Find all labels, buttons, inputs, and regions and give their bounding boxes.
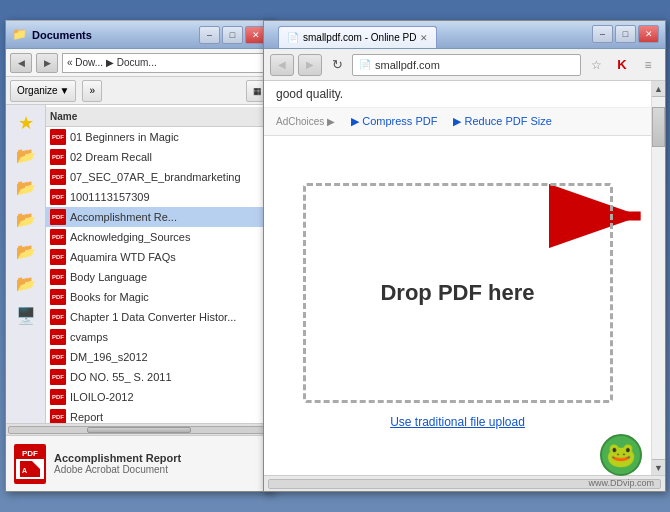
pdf-icon: PDF bbox=[50, 289, 66, 305]
list-item[interactable]: PDF Chapter 1 Data Converter Histor... bbox=[46, 307, 272, 327]
organize-button[interactable]: Organize ▼ bbox=[10, 80, 76, 102]
pdf-icon: PDF bbox=[50, 269, 66, 285]
url-text: smallpdf.com bbox=[375, 59, 440, 71]
browser-controls: ◀ ▶ ↻ 📄 smallpdf.com ☆ K ≡ bbox=[264, 49, 665, 81]
pdf-icon: PDF bbox=[50, 229, 66, 245]
drop-zone-text: Drop PDF here bbox=[380, 280, 534, 306]
browser-refresh-button[interactable]: ↻ bbox=[326, 54, 348, 76]
explorer-title: Documents bbox=[32, 29, 199, 41]
list-item[interactable]: PDF DM_196_s2012 bbox=[46, 347, 272, 367]
status-bar: PDF A Accomplishment Report Adobe Acroba… bbox=[6, 435, 272, 491]
list-item[interactable]: PDF DO NO. 55_ S. 2011 bbox=[46, 367, 272, 387]
scrollbar-thumb[interactable] bbox=[87, 427, 191, 433]
list-item[interactable]: PDF Body Language bbox=[46, 267, 272, 287]
titlebar-controls: – □ ✕ bbox=[199, 26, 266, 44]
kaspersky-button[interactable]: K bbox=[611, 54, 633, 76]
status-filename: Accomplishment Report bbox=[54, 452, 264, 464]
file-name: Report bbox=[70, 411, 103, 423]
status-file-info: Accomplishment Report Adobe Acrobat Docu… bbox=[54, 452, 264, 475]
file-name: Accomplishment Re... bbox=[70, 211, 177, 223]
tab-close-button[interactable]: ✕ bbox=[420, 33, 428, 43]
ad-choices: AdChoices ▶ bbox=[276, 116, 335, 127]
compress-pdf-link[interactable]: ▶ Compress PDF bbox=[351, 115, 437, 128]
list-item[interactable]: PDF Books for Magic bbox=[46, 287, 272, 307]
file-list-header: Name bbox=[46, 107, 272, 127]
pdf-icon: PDF bbox=[50, 189, 66, 205]
list-item[interactable]: PDF Report bbox=[46, 407, 272, 423]
address-text: « Dow... ▶ Docum... bbox=[67, 57, 157, 68]
scrollbar-track[interactable] bbox=[8, 426, 270, 434]
list-item[interactable]: PDF cvamps bbox=[46, 327, 272, 347]
pdf-drop-zone[interactable]: Drop PDF here bbox=[303, 183, 613, 403]
acrobat-logo: A bbox=[16, 459, 44, 479]
file-name: 07_SEC_07AR_E_brandmarketing bbox=[70, 171, 241, 183]
list-item[interactable]: PDF 01 Beginners in Magic bbox=[46, 127, 272, 147]
frog-icon: 🐸 bbox=[600, 434, 642, 476]
list-item[interactable]: PDF ILOILO-2012 bbox=[46, 387, 272, 407]
horizontal-scrollbar[interactable] bbox=[6, 423, 272, 435]
desktop: 📁 Documents – □ ✕ ◀ ▶ « Dow... ▶ Docum..… bbox=[0, 0, 670, 512]
tab-bar: 📄 smallpdf.com - Online PD ✕ bbox=[270, 21, 497, 48]
browser-back-button[interactable]: ◀ bbox=[270, 54, 294, 76]
tab-favicon: 📄 bbox=[287, 32, 299, 43]
file-name: ILOILO-2012 bbox=[70, 391, 134, 403]
file-name: 01 Beginners in Magic bbox=[70, 131, 179, 143]
browser-content-row: good quality. AdChoices ▶ ▶ Compress PDF… bbox=[264, 81, 665, 475]
browser-extras: ☆ K ≡ bbox=[585, 54, 659, 76]
list-item[interactable]: PDF 1001113157309 bbox=[46, 187, 272, 207]
sidebar-folder-icon-4[interactable]: 📂 bbox=[12, 237, 40, 265]
list-item[interactable]: PDF Aquamira WTD FAQs bbox=[46, 247, 272, 267]
browser-minimize-button[interactable]: – bbox=[592, 25, 613, 43]
sidebar-folder-icon-3[interactable]: 📂 bbox=[12, 205, 40, 233]
sidebar-folder-icon-5[interactable]: 📂 bbox=[12, 269, 40, 297]
pdf-icon: PDF bbox=[50, 209, 66, 225]
pdf-icon: PDF bbox=[50, 149, 66, 165]
sidebar-folder-icon-6[interactable]: 🖥️ bbox=[12, 301, 40, 329]
menu-button[interactable]: ≡ bbox=[637, 54, 659, 76]
file-name: 1001113157309 bbox=[70, 191, 150, 203]
status-file-icon: PDF A bbox=[14, 444, 46, 484]
svg-text:A: A bbox=[22, 467, 27, 474]
file-name: cvamps bbox=[70, 331, 108, 343]
list-item[interactable]: PDF 02 Dream Recall bbox=[46, 147, 272, 167]
list-item[interactable]: PDF 07_SEC_07AR_E_brandmarketing bbox=[46, 167, 272, 187]
sidebar-folder-icon-2[interactable]: 📂 bbox=[12, 173, 40, 201]
pdf-icon: PDF bbox=[50, 169, 66, 185]
more-button[interactable]: » bbox=[82, 80, 102, 102]
organize-label: Organize bbox=[17, 85, 58, 96]
file-name: Books for Magic bbox=[70, 291, 149, 303]
minimize-button[interactable]: – bbox=[199, 26, 220, 44]
url-bar[interactable]: 📄 smallpdf.com bbox=[352, 54, 581, 76]
address-field[interactable]: « Dow... ▶ Docum... bbox=[62, 53, 268, 73]
browser-vertical-scrollbar[interactable]: ▲ ▼ bbox=[651, 81, 665, 475]
explorer-window-icon: 📁 bbox=[12, 27, 28, 43]
name-column-header: Name bbox=[50, 111, 77, 122]
back-button[interactable]: ◀ bbox=[10, 53, 32, 73]
pdf-icon: PDF bbox=[50, 309, 66, 325]
file-name: Chapter 1 Data Converter Histor... bbox=[70, 311, 236, 323]
drop-zone-area: Drop PDF here Use traditional file uploa… bbox=[264, 136, 651, 475]
browser-maximize-button[interactable]: □ bbox=[615, 25, 636, 43]
browser-forward-button[interactable]: ▶ bbox=[298, 54, 322, 76]
pdf-icon: PDF bbox=[50, 129, 66, 145]
address-bar: ◀ ▶ « Dow... ▶ Docum... bbox=[6, 49, 272, 77]
explorer-titlebar: 📁 Documents – □ ✕ bbox=[6, 21, 272, 49]
traditional-upload-link[interactable]: Use traditional file upload bbox=[390, 415, 525, 429]
sidebar-folder-icon-1[interactable]: 📂 bbox=[12, 141, 40, 169]
browser-content: good quality. AdChoices ▶ ▶ Compress PDF… bbox=[264, 81, 651, 475]
explorer-toolbar: Organize ▼ » ▦ bbox=[6, 77, 272, 105]
reduce-pdf-link[interactable]: ▶ Reduce PDF Size bbox=[453, 115, 551, 128]
browser-window: 📄 smallpdf.com - Online PD ✕ – □ ✕ ◀ ▶ ↻… bbox=[263, 20, 666, 492]
browser-top-text: good quality. bbox=[264, 81, 651, 108]
favorites-icon: ★ bbox=[12, 109, 40, 137]
browser-close-button[interactable]: ✕ bbox=[638, 25, 659, 43]
list-item[interactable]: PDF Acknowledging_Sources bbox=[46, 227, 272, 247]
active-tab[interactable]: 📄 smallpdf.com - Online PD ✕ bbox=[278, 26, 437, 48]
bookmark-star-button[interactable]: ☆ bbox=[585, 54, 607, 76]
maximize-button[interactable]: □ bbox=[222, 26, 243, 44]
acrobat-svg: A bbox=[20, 461, 40, 477]
pdf-icon: PDF bbox=[50, 369, 66, 385]
forward-button[interactable]: ▶ bbox=[36, 53, 58, 73]
list-item-selected[interactable]: PDF Accomplishment Re... bbox=[46, 207, 272, 227]
pdf-icon: PDF bbox=[50, 389, 66, 405]
